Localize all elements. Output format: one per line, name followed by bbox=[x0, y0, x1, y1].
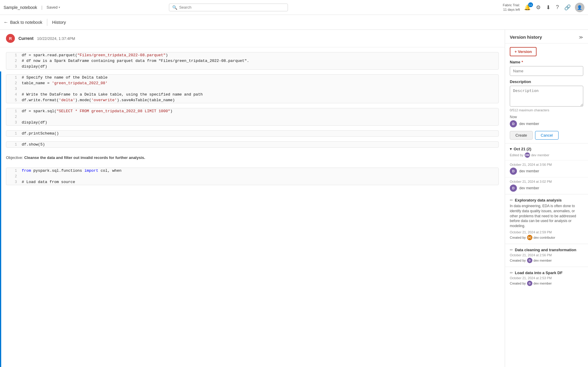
history-entry-1[interactable]: October 21, 2024 at 3:56 PM D dev member bbox=[505, 160, 588, 177]
entry-date: October 21, 2024 at 3:56 PM bbox=[510, 163, 583, 166]
entry-avatar: D bbox=[510, 168, 517, 175]
code-line: 3 display(df) bbox=[6, 64, 498, 69]
objective-text: Objective: Cleanse the data and filter o… bbox=[0, 152, 505, 163]
named-version-date: October 21, 2024 at 2:53 PM bbox=[510, 276, 583, 280]
help-button[interactable]: ? bbox=[555, 3, 560, 12]
collapse-icon: ▾ bbox=[510, 146, 512, 151]
expand-icon[interactable]: ≫ bbox=[579, 35, 583, 40]
code-line: 3 display(df) bbox=[6, 120, 498, 125]
history-edited-by: Edited by DM dev member bbox=[505, 152, 588, 160]
settings-button[interactable]: ⚙ bbox=[535, 3, 542, 12]
entry-username: dev member bbox=[519, 169, 539, 173]
version-history-title: Version history bbox=[510, 35, 542, 40]
named-version-desc: In data engineering, EDA is often done t… bbox=[510, 204, 583, 229]
edit-icon: ✏ bbox=[510, 271, 513, 275]
topbar-separator: | bbox=[41, 5, 43, 10]
current-version-banner: R Current 10/22/2024, 1:37:4PM bbox=[0, 30, 505, 47]
add-version-button[interactable]: + Version bbox=[510, 47, 537, 56]
named-version-creator: Created by D dev member bbox=[510, 281, 583, 286]
named-version-load[interactable]: ✏ Load data into a Spark DF October 21, … bbox=[505, 267, 588, 290]
form-buttons: Create Cancel bbox=[510, 131, 583, 140]
entry-date: October 21, 2024 at 3:02 PM bbox=[510, 180, 583, 183]
code-block-4: 1 df.printSchema() bbox=[6, 130, 499, 137]
named-version-date: October 21, 2024 at 2:56 PM bbox=[510, 253, 583, 257]
history-label: History bbox=[52, 20, 66, 25]
vertical-divider bbox=[47, 19, 47, 26]
history-group-oct21[interactable]: ▾ Oct 21 (2) bbox=[505, 143, 588, 152]
description-input[interactable] bbox=[510, 86, 583, 107]
code-line: 3 # Load data from source bbox=[6, 179, 498, 185]
current-label: Current bbox=[18, 36, 34, 41]
notification-badge: 11 bbox=[528, 2, 533, 7]
topbar-icons: Fabric Trial: 11 days left 🔔 11 ⚙ ⬇ ? 🔗 … bbox=[503, 3, 584, 12]
cancel-button[interactable]: Cancel bbox=[535, 131, 558, 140]
code-block-last: 1 from pyspark.sql.functions import col,… bbox=[6, 168, 499, 185]
entry-avatar: D bbox=[510, 185, 517, 192]
history-section: ▾ Oct 21 (2) Edited by DM dev member Oct… bbox=[505, 143, 588, 194]
name-label: Name * bbox=[510, 60, 583, 64]
edited-by-avatar: DM bbox=[525, 152, 530, 158]
named-version-header: ✏ Data cleaning and transformation bbox=[510, 248, 583, 252]
main-content: R Current 10/22/2024, 1:37:4PM 1 df = sp… bbox=[0, 30, 588, 367]
create-button[interactable]: Create bbox=[510, 131, 533, 140]
saved-status[interactable]: Saved ▾ bbox=[47, 5, 60, 10]
form-user-name: dev member bbox=[519, 122, 539, 126]
objective-content: Cleanse the data and filter out invalid … bbox=[24, 155, 145, 160]
code-line: 4 # Write the DataFrame to a Delta Lake … bbox=[6, 92, 498, 97]
named-version-eda[interactable]: ✏ Exploratory data analysis In data engi… bbox=[505, 194, 588, 244]
entry-username: dev member bbox=[519, 186, 539, 190]
entry-user: D dev member bbox=[510, 185, 583, 192]
code-line: 5 df.write.format('delta').mode('overwri… bbox=[6, 97, 498, 103]
edit-icon: ✏ bbox=[510, 198, 513, 202]
code-line: 1 df = spark.sql("SELECT * FROM green_tr… bbox=[6, 108, 498, 114]
code-line: 2 bbox=[6, 174, 498, 179]
subheader: ← Back to notebook History bbox=[0, 15, 588, 30]
creator-avatar: D bbox=[527, 258, 532, 263]
code-block-2: 1 # Specify the name of the Delta table … bbox=[6, 74, 499, 103]
arrow-left-icon: ← bbox=[4, 20, 8, 25]
named-version-date: October 21, 2024 at 2:59 PM bbox=[510, 230, 583, 234]
named-version-creator: Created by DC dev contributor bbox=[510, 235, 583, 240]
blue-indicator-bar bbox=[0, 71, 1, 367]
code-line: 1 df.show(5) bbox=[6, 142, 498, 147]
current-timestamp: 10/22/2024, 1:37:4PM bbox=[37, 36, 75, 41]
named-version-title: Exploratory data analysis bbox=[515, 198, 562, 202]
named-version-header: ✏ Exploratory data analysis bbox=[510, 198, 583, 202]
code-line: 2 # df now is a Spark DataFrame containi… bbox=[6, 58, 498, 64]
desc-label: Description bbox=[510, 79, 583, 84]
name-input[interactable] bbox=[510, 66, 583, 76]
download-button[interactable]: ⬇ bbox=[545, 3, 552, 12]
right-panel: Version history ≫ + Version Name * Descr… bbox=[505, 30, 588, 367]
left-panel: R Current 10/22/2024, 1:37:4PM 1 df = sp… bbox=[0, 30, 505, 367]
code-line: 1 # Specify the name of the Delta table bbox=[6, 75, 498, 80]
code-line: 2 bbox=[6, 114, 498, 120]
named-version-creator: Created by D dev member bbox=[510, 258, 583, 263]
named-version-cleaning[interactable]: ✏ Data cleaning and transformation Octob… bbox=[505, 244, 588, 267]
history-entry-2[interactable]: October 21, 2024 at 3:02 PM D dev member bbox=[505, 177, 588, 194]
saved-label: Saved bbox=[47, 5, 58, 10]
edit-icon: ✏ bbox=[510, 248, 513, 252]
chevron-down-icon: ▾ bbox=[59, 6, 60, 9]
search-bar[interactable]: 🔍 bbox=[169, 4, 288, 11]
notifications-button[interactable]: 🔔 11 bbox=[523, 3, 532, 12]
back-to-notebook-button[interactable]: ← Back to notebook bbox=[4, 20, 42, 25]
named-version-header: ✏ Load data into a Spark DF bbox=[510, 271, 583, 275]
creator-avatar: DC bbox=[527, 235, 532, 240]
search-input[interactable] bbox=[179, 5, 285, 10]
current-user-row: D dev member bbox=[510, 120, 583, 127]
share-button[interactable]: 🔗 bbox=[563, 3, 572, 12]
current-user-avatar: R bbox=[6, 34, 15, 43]
code-line: 3 bbox=[6, 86, 498, 92]
required-indicator: * bbox=[521, 60, 523, 64]
code-block-5: 1 df.show(5) bbox=[6, 141, 499, 148]
topbar: Sample_notebook | Saved ▾ 🔍 Fabric Trial… bbox=[0, 0, 588, 15]
now-label: Now bbox=[510, 115, 583, 119]
code-line: 1 df.printSchema() bbox=[6, 131, 498, 136]
trial-info: Fabric Trial: 11 days left bbox=[503, 3, 520, 12]
history-group-label: Oct 21 (2) bbox=[514, 147, 531, 151]
code-line: 2 table_name = 'green_tripdata_2022_08' bbox=[6, 80, 498, 86]
search-icon: 🔍 bbox=[172, 5, 177, 10]
user-avatar[interactable]: 👤 bbox=[575, 3, 584, 12]
code-line: 1 from pyspark.sql.functions import col,… bbox=[6, 168, 498, 174]
named-version-title: Load data into a Spark DF bbox=[515, 271, 562, 275]
